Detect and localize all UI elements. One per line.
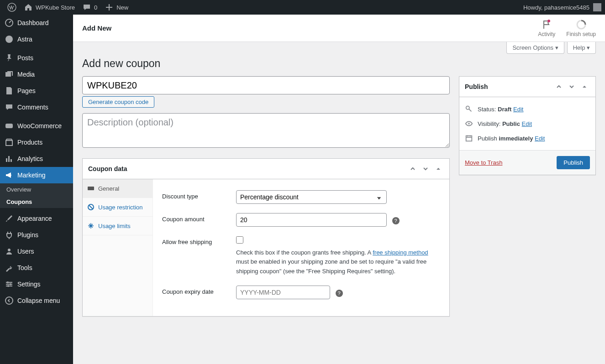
block-icon	[87, 203, 95, 211]
menu-astra[interactable]: Astra	[0, 31, 73, 47]
screen-options-button[interactable]: Screen Options ▾	[506, 42, 564, 54]
menu-collapse[interactable]: Collapse menu	[0, 292, 73, 309]
finish-setup-button[interactable]: Finish setup	[566, 19, 596, 37]
progress-icon	[576, 19, 587, 30]
header-title: Add New	[82, 24, 111, 32]
menu-products[interactable]: Products	[0, 134, 73, 151]
avatar[interactable]	[593, 3, 601, 11]
page-icon	[5, 86, 14, 95]
media-icon	[5, 70, 14, 79]
expiry-label: Coupon expiry date	[162, 286, 236, 295]
tab-usage-limits[interactable]: Usage limits	[83, 217, 153, 235]
menu-pages[interactable]: Pages	[0, 83, 73, 99]
wp-logo[interactable]	[4, 0, 20, 15]
wordpress-icon	[7, 3, 16, 12]
site-name-link[interactable]: WPKube Store	[20, 0, 79, 15]
help-button[interactable]: Help ▾	[567, 42, 596, 54]
admin-bar: WPKube Store 0 New Howdy, pahasemice5485	[0, 0, 605, 15]
home-icon	[24, 3, 33, 12]
publish-toggle[interactable]	[579, 81, 590, 92]
move-down-button[interactable]	[420, 163, 431, 174]
menu-marketing[interactable]: Marketing	[0, 167, 73, 183]
chevron-down-icon	[568, 83, 575, 90]
menu-tools[interactable]: Tools	[0, 260, 73, 276]
astra-icon	[5, 35, 14, 44]
submenu-overview[interactable]: Overview	[0, 183, 73, 196]
comments-icon	[5, 103, 14, 112]
publish-move-down[interactable]	[566, 81, 577, 92]
svg-point-7	[7, 285, 9, 287]
menu-appearance[interactable]: Appearance	[0, 210, 73, 227]
svg-point-5	[7, 281, 9, 283]
brush-icon	[5, 214, 14, 223]
free-shipping-help: Check this box if the coupon grants free…	[236, 248, 432, 276]
svg-point-14	[468, 123, 470, 125]
wrench-icon	[5, 263, 14, 272]
ticket-icon	[87, 185, 95, 192]
menu-analytics[interactable]: Analytics	[0, 151, 73, 167]
menu-settings[interactable]: Settings	[0, 276, 73, 292]
menu-plugins[interactable]: Plugins	[0, 227, 73, 243]
menu-woocommerce[interactable]: WooCommerce	[0, 118, 73, 134]
menu-comments[interactable]: Comments	[0, 99, 73, 115]
free-shipping-checkbox[interactable]	[236, 236, 243, 244]
svg-point-9	[547, 20, 550, 22]
collapse-icon	[5, 296, 14, 305]
svg-rect-3	[5, 124, 13, 128]
tab-general[interactable]: General	[83, 179, 153, 198]
coupon-code-input[interactable]	[82, 76, 450, 94]
coupon-data-box: Coupon data General	[82, 158, 450, 317]
chevron-up-icon	[410, 166, 416, 172]
generate-code-button[interactable]: Generate coupon code	[82, 96, 154, 108]
publish-box-title: Publish	[465, 83, 488, 90]
page-title: Add new coupon	[82, 57, 596, 70]
new-label: New	[116, 4, 128, 11]
edit-schedule-link[interactable]: Edit	[535, 135, 545, 142]
plug-icon	[5, 230, 14, 239]
comments-link[interactable]: 0	[79, 0, 101, 15]
status-row: Status: Draft Edit	[465, 102, 590, 116]
tab-usage-restriction[interactable]: Usage restriction	[83, 198, 153, 217]
expiry-help-icon[interactable]: ?	[336, 290, 343, 297]
publish-button[interactable]: Publish	[557, 156, 590, 169]
menu-posts[interactable]: Posts	[0, 50, 73, 66]
free-shipping-method-link[interactable]: free shipping method	[373, 249, 428, 256]
svg-rect-15	[466, 136, 472, 141]
products-icon	[5, 138, 14, 147]
move-to-trash-link[interactable]: Move to Trash	[465, 159, 502, 166]
coupon-amount-label: Coupon amount	[162, 213, 236, 223]
activity-button[interactable]: Activity	[538, 19, 555, 37]
coupon-amount-input[interactable]	[236, 213, 387, 227]
new-content-link[interactable]: New	[101, 0, 132, 15]
sliders-icon	[5, 280, 14, 289]
menu-media[interactable]: Media	[0, 66, 73, 83]
schedule-row: Publish immediately Edit	[465, 131, 590, 146]
toggle-button[interactable]	[433, 163, 444, 174]
publish-box: Publish Status: Draft Edit	[459, 76, 596, 175]
coupon-description-input[interactable]	[82, 113, 450, 148]
svg-point-8	[5, 297, 13, 304]
admin-menu: Dashboard Astra Posts Media Pages Commen…	[0, 15, 73, 364]
chevron-up-icon	[556, 83, 562, 90]
menu-dashboard[interactable]: Dashboard	[0, 15, 73, 31]
discount-type-select[interactable]: Percentage discount	[236, 190, 387, 204]
page-header-bar: Add New Activity Finish setup	[73, 15, 605, 42]
svg-point-13	[466, 106, 469, 109]
publish-move-up[interactable]	[553, 81, 564, 92]
visibility-row: Visibility: Public Edit	[465, 116, 590, 131]
expiry-date-input[interactable]	[236, 286, 330, 299]
menu-users[interactable]: Users	[0, 243, 73, 260]
submenu-coupons[interactable]: Coupons	[0, 196, 73, 208]
amount-help-icon[interactable]: ?	[392, 217, 400, 224]
svg-point-4	[8, 249, 11, 251]
howdy-text[interactable]: Howdy, pahasemice5485	[523, 4, 589, 11]
key-icon	[465, 105, 473, 113]
edit-visibility-link[interactable]: Edit	[522, 120, 532, 127]
edit-status-link[interactable]: Edit	[513, 106, 523, 113]
move-up-button[interactable]	[407, 163, 418, 174]
comments-count: 0	[94, 4, 97, 11]
caret-up-icon	[435, 166, 442, 172]
svg-point-2	[5, 36, 13, 43]
dashboard-icon	[5, 18, 14, 27]
plus-icon	[105, 3, 114, 12]
